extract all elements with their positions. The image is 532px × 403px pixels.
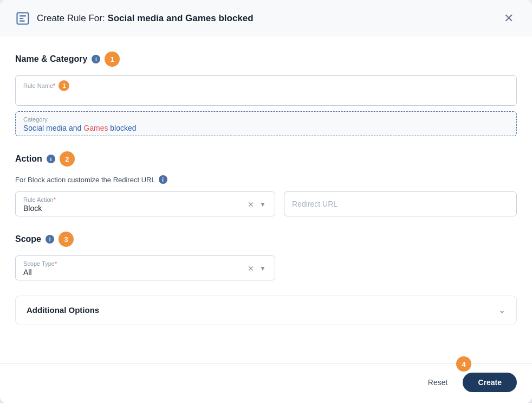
scope-type-wrap: Scope Type* All ✕ ▼ [15,255,275,280]
modal-title: Create Rule For: Social media and Games … [37,13,254,24]
name-category-info-icon: i [92,55,100,63]
name-category-title-row: Name & Category i 1 [15,52,517,67]
modal-footer: 4 Reset Create [0,363,532,403]
rule-name-label: Rule Name* 1 [23,80,509,91]
category-label: Category [23,116,509,123]
scope-type-inner: Scope Type* All [23,260,246,277]
name-category-title: Name & Category [15,54,87,64]
rule-action-controls: ✕ ▼ [246,199,267,210]
rule-action-value: Block [23,204,246,213]
action-hint-info-icon: i [159,175,167,184]
create-button[interactable]: Create [463,373,517,392]
scope-type-select[interactable]: Scope Type* All ✕ ▼ [15,255,275,280]
close-button[interactable]: ✕ [501,11,517,25]
header-left: Create Rule For: Social media and Games … [15,11,254,26]
scope-info-icon: i [46,235,54,244]
action-hint: For Block action customize the Redirect … [15,175,517,184]
chevron-down-icon: ⌄ [498,305,505,315]
scope-section: Scope i 3 Scope Type* All ✕ [15,232,517,280]
reset-button[interactable]: Reset [419,374,457,391]
scope-type-label: Scope Type* [23,260,246,267]
rule-name-input[interactable] [23,93,509,101]
redirect-url-field[interactable] [284,191,517,216]
create-rule-modal: Create Rule For: Social media and Games … [0,0,532,403]
action-row: Rule Action* Block ✕ ▼ [15,191,517,216]
additional-options-label: Additional Options [27,305,99,315]
scope-title-row: Scope i 3 [15,232,517,247]
rule-action-wrap: Rule Action* Block ✕ ▼ [15,191,275,216]
rule-action-arrow-button[interactable]: ▼ [258,200,267,209]
scope-title: Scope [15,234,41,244]
rule-action-select[interactable]: Rule Action* Block ✕ ▼ [15,191,275,216]
redirect-url-input[interactable] [292,200,509,208]
additional-options-section: Additional Options ⌄ [15,296,517,324]
additional-options-bar[interactable]: Additional Options ⌄ [15,296,517,324]
action-info-icon: i [47,155,55,163]
modal-header: Create Rule For: Social media and Games … [0,0,532,36]
step-badge-1-inline: 1 [59,80,69,91]
step-badge-1: 1 [105,52,120,67]
redirect-wrap [284,191,517,216]
category-field: Category Social media and Games blocked [15,111,517,136]
scope-row: Scope Type* All ✕ ▼ [15,255,517,280]
action-section: Action i 2 For Block action customize th… [15,151,517,216]
category-value: Social media and Games blocked [23,124,509,132]
rule-action-inner: Rule Action* Block [23,196,246,213]
rule-action-label: Rule Action* [23,196,246,203]
scope-type-arrow-button[interactable]: ▼ [258,264,267,273]
step-badge-2: 2 [60,151,75,167]
rule-action-clear-button[interactable]: ✕ [246,199,255,210]
scope-type-clear-button[interactable]: ✕ [246,263,255,274]
action-title: Action [15,154,42,164]
step-badge-3: 3 [59,232,74,247]
rule-icon [15,11,30,26]
name-category-section: Name & Category i 1 Rule Name* 1 Categor… [15,52,517,136]
modal-body: Name & Category i 1 Rule Name* 1 Categor… [0,36,532,363]
action-title-row: Action i 2 [15,151,517,167]
step-badge-4: 4 [456,356,471,372]
scope-type-controls: ✕ ▼ [246,263,267,274]
rule-name-field[interactable]: Rule Name* 1 [15,75,517,106]
scope-type-value: All [23,268,246,277]
